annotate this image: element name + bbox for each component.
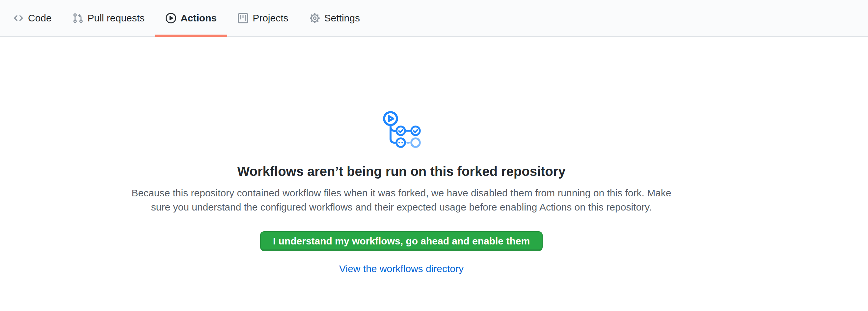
tab-actions[interactable]: Actions [155, 0, 227, 36]
description: Because this repository contained workfl… [112, 186, 691, 214]
gear-icon [310, 13, 320, 23]
enable-workflows-button[interactable]: I understand my workflows, go ahead and … [260, 231, 542, 251]
code-icon [13, 13, 24, 23]
active-tab-underline [155, 35, 227, 37]
actions-disabled-blankslate: Workflows aren’t being run on this forke… [112, 111, 691, 276]
description-line: Because this repository contained workfl… [112, 186, 691, 200]
tab-label: Projects [253, 12, 288, 24]
tab-label: Settings [324, 12, 360, 24]
tab-pull-requests[interactable]: Pull requests [62, 0, 155, 36]
tab-settings[interactable]: Settings [299, 0, 370, 36]
play-circle-icon [166, 13, 176, 23]
tab-code[interactable]: Code [3, 0, 62, 36]
tab-label: Code [28, 12, 52, 24]
repo-tab-nav: Code Pull requests Actions Projects [0, 0, 868, 37]
tab-projects[interactable]: Projects [227, 0, 299, 36]
description-line: sure you understand the configured workf… [112, 200, 691, 214]
page-title: Workflows aren’t being run on this forke… [112, 163, 691, 179]
view-workflows-directory-link[interactable]: View the workflows directory [339, 263, 464, 274]
tab-label: Pull requests [88, 12, 145, 24]
workflow-graph-icon [382, 111, 421, 150]
tab-label: Actions [181, 12, 217, 24]
project-icon [238, 13, 248, 23]
git-pull-request-icon [73, 13, 83, 23]
